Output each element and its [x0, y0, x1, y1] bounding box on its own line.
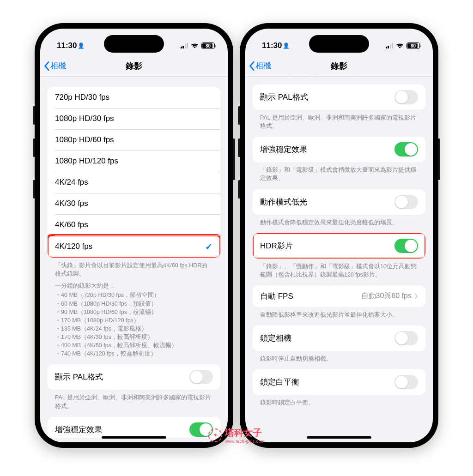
autofps-value: 自動30與60 fps [361, 291, 412, 301]
size-note: 一分鐘的錄影大約是： 40 MB（720p HD/30 fps，節省空間） 60… [55, 282, 213, 358]
wifi-icon [396, 43, 404, 49]
screen-right: 11:30 👤 80 相機 錄影 ・800 MB（4K/120 fps，較高解析… [245, 29, 433, 442]
chevron-left-icon [249, 61, 255, 71]
status-time: 11:30 [57, 41, 77, 50]
home-indicator[interactable] [102, 436, 166, 439]
lockwb-toggle[interactable] [394, 375, 418, 389]
option-1080p60[interactable]: 1080p HD/60 fps [48, 129, 220, 151]
chevron-left-icon [44, 61, 50, 71]
pal-group: 顯示 PAL格式 [253, 84, 425, 110]
lowlight-toggle-row[interactable]: 動作模式低光 [253, 189, 425, 215]
nav-bar: 相機 錄影 [245, 55, 433, 77]
resolution-group: 720p HD/30 fps 1080p HD/30 fps 1080p HD/… [48, 87, 220, 258]
option-4k120[interactable]: 4K/120 fps ✓ [48, 235, 220, 258]
pal-toggle-row[interactable]: 顯示 PAL格式 [48, 364, 220, 390]
dynamic-island [309, 35, 369, 53]
screen-left: 11:30 👤 80 相機 錄影 720p HD/30 fps [40, 29, 228, 442]
hdr-group: HDR影片 [253, 233, 425, 259]
stabilization-toggle[interactable] [394, 142, 418, 157]
watermark-name: 塔科女子 [225, 428, 262, 438]
option-4k60[interactable]: 4K/60 fps [48, 214, 220, 235]
hdr-toggle[interactable] [394, 239, 418, 253]
autofps-row[interactable]: 自動 FPS 自動30與60 fps [253, 285, 425, 307]
option-4k24[interactable]: 4K/24 fps [48, 172, 220, 193]
wifi-icon [191, 43, 199, 49]
lowlight-note: 動作模式會降低穩定效果來最佳化亮度較低的場景。 [260, 218, 418, 227]
nav-title: 錄影 [40, 60, 228, 72]
stabilization-toggle-row[interactable]: 增強穩定效果 [253, 137, 425, 162]
pal-group: 顯示 PAL格式 [48, 364, 220, 390]
stabilization-group: 增強穩定效果 [48, 417, 220, 438]
lockwb-toggle-row[interactable]: 鎖定白平衡 [253, 369, 425, 395]
cellular-signal-icon [181, 43, 188, 48]
stabilization-group: 增強穩定效果 [253, 137, 425, 162]
chevron-right-icon [414, 293, 418, 299]
content-area: 720p HD/30 fps 1080p HD/30 fps 1080p HD/… [40, 77, 228, 442]
checkmark-icon: ✓ [205, 241, 213, 252]
battery-indicator: 80 [201, 42, 215, 49]
watermark-logo-icon: ✦ [208, 428, 222, 442]
nav-title: 錄影 [245, 60, 433, 72]
size-note-last-line: ・800 MB（4K/120 fps，較高解析度） [260, 77, 418, 78]
home-indicator[interactable] [307, 436, 371, 439]
phone-right: 11:30 👤 80 相機 錄影 ・800 MB（4K/120 fps，較高解析… [240, 23, 438, 448]
stabilization-note: 「錄影」和「電影級」模式會稍微放大畫面來為影片提供穩定效果。 [260, 166, 418, 182]
lockwb-group: 鎖定白平衡 [253, 369, 425, 395]
lowlight-group: 動作模式低光 [253, 189, 425, 215]
handoff-icon: 👤 [283, 42, 290, 49]
back-button[interactable]: 相機 [44, 60, 66, 71]
option-4k30[interactable]: 4K/30 fps [48, 193, 220, 214]
lockcam-group: 鎖定相機 [253, 325, 425, 351]
phone-left: 11:30 👤 80 相機 錄影 720p HD/30 fps [35, 23, 233, 448]
option-720p30[interactable]: 720p HD/30 fps [48, 87, 220, 108]
pal-toggle[interactable] [394, 90, 418, 104]
battery-indicator: 80 [406, 42, 420, 49]
hdr-note: 「錄影」、「慢動作」和「電影級」模式會以10位元高動態範圍（包含杜比視界）錄製最… [260, 262, 418, 279]
back-label: 相機 [255, 60, 271, 71]
stabilization-toggle-row[interactable]: 增強穩定效果 [48, 417, 220, 438]
watermark: ✦ 塔科女子 www.tech-girlz.com [208, 427, 265, 444]
autofps-note: 自動降低影格率來改進低光影片並最佳化檔案大小。 [260, 311, 418, 319]
lockcam-toggle[interactable] [394, 331, 418, 345]
pal-toggle-row[interactable]: 顯示 PAL格式 [253, 84, 425, 110]
autofps-group: 自動 FPS 自動30與60 fps [253, 285, 425, 307]
pal-note: PAL 是用於亞洲、歐洲、非洲和南美洲許多國家的電視影片格式。 [55, 393, 213, 410]
option-1080p120[interactable]: 1080p HD/120 fps [48, 151, 220, 172]
cellular-signal-icon [386, 43, 394, 48]
dynamic-island [104, 35, 164, 53]
lockcam-note: 錄影時停止自動切換相機。 [260, 355, 418, 363]
lockcam-toggle-row[interactable]: 鎖定相機 [253, 325, 425, 351]
nav-bar: 相機 錄影 [40, 55, 228, 77]
option-1080p30[interactable]: 1080p HD/30 fps [48, 108, 220, 129]
content-area: ・800 MB（4K/120 fps，較高解析度） 顯示 PAL格式 PAL 是… [245, 77, 433, 442]
hdr-toggle-row[interactable]: HDR影片 [253, 233, 425, 259]
pal-toggle[interactable] [189, 370, 213, 384]
lockwb-note: 錄影時鎖定白平衡。 [260, 398, 418, 407]
quickrec-note: 「快錄」影片會以目前影片設定使用最高4K/60 fps HDR的格式錄製。 [55, 261, 213, 278]
back-label: 相機 [50, 60, 66, 71]
lowlight-toggle[interactable] [394, 195, 418, 209]
pal-note: PAL 是用於亞洲、歐洲、非洲和南美洲許多國家的電視影片格式。 [260, 114, 418, 130]
watermark-url: www.tech-girlz.com [225, 439, 265, 444]
handoff-icon: 👤 [78, 42, 85, 49]
status-time: 11:30 [262, 41, 282, 50]
back-button[interactable]: 相機 [249, 60, 271, 71]
